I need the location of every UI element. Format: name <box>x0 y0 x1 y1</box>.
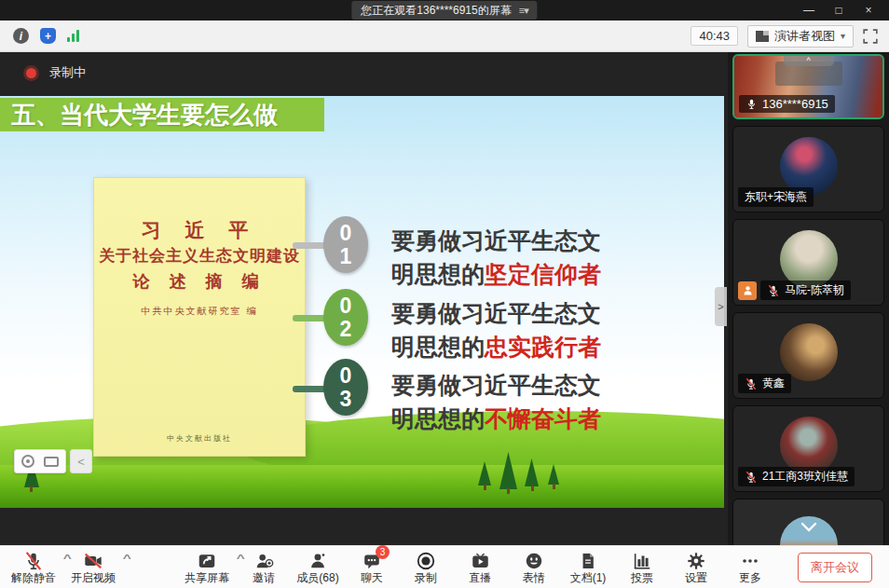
meeting-window: 您正在观看136****6915的屏幕 ≡▾ — □ × i + 40:43 演… <box>0 0 889 588</box>
participant-tile[interactable]: 东职+宋海燕 <box>732 126 884 212</box>
live-stream-icon <box>470 551 491 571</box>
avatar <box>780 417 838 474</box>
toolbar-settings-button[interactable]: 设置 <box>669 547 723 588</box>
mic-muted-icon <box>745 471 758 484</box>
security-shield-icon[interactable]: + <box>40 28 56 44</box>
toolbar-share-screen-button[interactable]: 共享屏幕 ^ <box>177 547 237 588</box>
point-1-circle: 01 <box>323 216 368 273</box>
tree-trunk <box>484 485 486 490</box>
window-controls: — □ × <box>794 0 883 21</box>
participant-tile-speaker[interactable]: ^ 136****6915 <box>732 54 884 119</box>
panel-collapse-tab[interactable]: ^ <box>784 56 834 66</box>
participant-name-tag: 马院-陈萃韧 <box>760 280 851 300</box>
role-badge-icon <box>738 281 757 300</box>
participant-tile[interactable]: 黄鑫 <box>732 312 884 399</box>
recording-indicator: 录制中 <box>26 64 86 81</box>
poll-chart-icon <box>632 551 652 571</box>
book-title-line3: 论 述 摘 编 <box>94 270 305 293</box>
camera-off-icon <box>82 551 104 571</box>
watching-banner[interactable]: 您正在观看136****6915的屏幕 ≡▾ <box>351 1 537 20</box>
shared-screen-stage: 录制中 五、当代大学生要怎么做 习 近 平 关于社会主义生态文明建设 论 述 摘… <box>0 52 728 545</box>
layout-menu-icon[interactable]: ≡▾ <box>519 1 528 20</box>
book-title-line1: 习 近 平 <box>94 217 305 243</box>
toolbar-emoji-button[interactable]: 表情 <box>507 547 561 588</box>
participants-panel: ^ 136****6915 东职+宋海燕 <box>728 52 889 545</box>
toolbar-start-video-button[interactable]: 开启视频 ^ <box>63 547 123 588</box>
toolbar-record-button[interactable]: 录制 <box>399 547 453 588</box>
close-button[interactable]: × <box>854 0 883 21</box>
grass-band <box>0 465 724 508</box>
toolbar-docs-button[interactable]: 文档(1) <box>561 547 615 588</box>
mic-on-icon <box>745 98 758 110</box>
chat-unread-badge: 3 <box>376 545 390 559</box>
record-icon <box>416 551 436 571</box>
annotation-collapse-button[interactable]: < <box>70 449 92 473</box>
book-cover: 习 近 平 关于社会主义生态文明建设 论 述 摘 编 中共中央文献研究室 编 中… <box>93 177 306 457</box>
book-title-line2: 关于社会主义生态文明建设 <box>94 245 305 267</box>
leave-meeting-button[interactable]: 离开会议 <box>798 553 872 582</box>
participant-tile[interactable]: 马院-陈萃韧 <box>732 219 884 306</box>
view-mode-button[interactable]: 演讲者视图 ▾ <box>747 25 854 48</box>
view-mode-label: 演讲者视图 <box>774 28 835 45</box>
toolbar-more-button[interactable]: 更多 <box>723 547 777 588</box>
toolbar-members-button[interactable]: 成员(68) <box>291 547 345 588</box>
annotation-toolbar: < <box>14 449 92 473</box>
emoji-icon <box>524 551 544 571</box>
chevron-down-icon[interactable] <box>800 522 818 533</box>
participant-name-tag: 136****6915 <box>739 95 835 113</box>
toolbar-poll-button[interactable]: 投票 <box>615 547 669 588</box>
slide-title: 五、当代大学生要怎么做 <box>0 98 324 131</box>
book-publisher: 中央文献出版社 <box>94 433 305 444</box>
toolbar-unmute-button[interactable]: 解除静音 ^ <box>4 547 63 588</box>
document-icon <box>579 551 597 571</box>
status-left: i + <box>0 28 79 44</box>
title-bar: 您正在观看136****6915的屏幕 ≡▾ — □ × <box>0 0 889 21</box>
invite-person-icon <box>253 551 275 571</box>
tree-trunk <box>531 485 534 491</box>
annotation-tools <box>14 449 66 473</box>
chevron-down-icon: ▾ <box>841 31 845 41</box>
book-editor: 中共中央文献研究室 编 <box>94 305 305 318</box>
maximize-button[interactable]: □ <box>824 0 854 21</box>
toolbar-live-button[interactable]: 直播 <box>453 547 507 588</box>
participant-name-tag: 东职+宋海燕 <box>738 187 814 207</box>
tree-trunk <box>30 486 33 492</box>
network-signal-icon[interactable] <box>67 30 79 42</box>
presentation-slide: 五、当代大学生要怎么做 习 近 平 关于社会主义生态文明建设 论 述 摘 编 中… <box>0 96 724 508</box>
avatar <box>780 230 838 288</box>
meeting-timer: 40:43 <box>691 26 738 46</box>
caret-up-icon[interactable]: ^ <box>122 553 130 564</box>
toolbar-invite-button[interactable]: 邀请 <box>237 547 291 588</box>
recording-dot-icon <box>26 68 36 78</box>
status-bar: i + 40:43 演讲者视图 ▾ <box>0 21 889 52</box>
participant-tile[interactable]: 21工商3班刘佳慧 <box>732 405 884 492</box>
participant-name-tag: 21工商3班刘佳慧 <box>738 467 855 486</box>
meeting-info-icon[interactable]: i <box>13 28 29 44</box>
whiteboard-icon[interactable] <box>44 457 59 467</box>
mic-muted-icon <box>767 284 780 297</box>
fullscreen-icon[interactable] <box>863 29 878 44</box>
participant-tile-partial[interactable] <box>732 499 884 545</box>
tree-trunk <box>553 484 555 489</box>
gear-icon <box>686 551 706 571</box>
chat-icon: 3 <box>362 551 382 571</box>
connector-line <box>293 315 326 321</box>
point-3-circle: 03 <box>323 359 368 416</box>
connector-line <box>293 242 326 249</box>
point-1-text: 要勇做习近平生态文 明思想的坚定信仰者 <box>391 224 634 291</box>
toolbar-chat-button[interactable]: 3 聊天 <box>345 547 399 588</box>
avatar <box>780 137 838 195</box>
more-dots-icon <box>739 551 761 571</box>
laser-pointer-icon[interactable] <box>21 455 34 468</box>
point-3-text: 要勇做习近平生态文 明思想的不懈奋斗者 <box>391 368 634 435</box>
watching-banner-text: 您正在观看136****6915的屏幕 <box>361 1 511 20</box>
status-right: 40:43 演讲者视图 ▾ <box>691 25 889 48</box>
connector-line <box>293 386 326 392</box>
speaker-view-icon <box>756 31 769 42</box>
mic-muted-icon <box>23 551 44 571</box>
point-2-text: 要勇做习近平生态文 明思想的忠实践行者 <box>391 296 634 363</box>
mic-muted-icon <box>745 377 758 390</box>
sidebar-collapse-handle[interactable]: > <box>715 287 727 326</box>
members-icon <box>308 551 328 571</box>
minimize-button[interactable]: — <box>794 0 824 21</box>
